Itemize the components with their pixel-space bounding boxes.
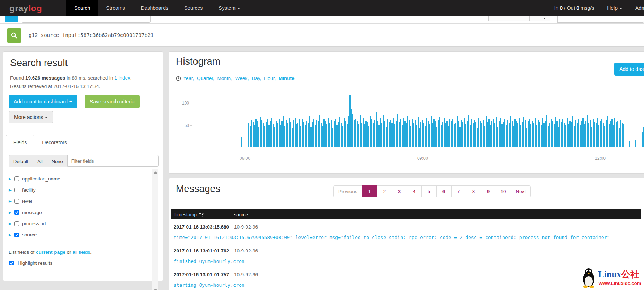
histogram-bar <box>429 124 430 147</box>
all-fields-button[interactable]: All <box>33 155 47 167</box>
expand-field-icon[interactable]: ▶ <box>9 222 14 226</box>
nav-item-dashboards[interactable]: Dashboards <box>133 0 176 16</box>
message-row[interactable]: 2017-01-16 13:03:15.68010-9-92-96time="2… <box>171 219 641 243</box>
timerange-input-fragment[interactable] <box>22 16 151 23</box>
control-segment[interactable] <box>530 16 550 21</box>
list-fields-options: List fields of current page or all field… <box>9 250 92 255</box>
add-to-dashboard-button[interactable]: Add to dashboard <box>614 63 644 76</box>
expand-field-icon[interactable]: ▶ <box>9 210 14 214</box>
control-segment[interactable] <box>509 16 529 21</box>
resolution-week[interactable]: Week <box>235 76 247 81</box>
more-actions-button[interactable]: More actions <box>9 111 53 123</box>
chevron-down-icon <box>543 18 546 19</box>
page-10[interactable]: 10 <box>496 185 511 197</box>
none-fields-button[interactable]: None <box>47 155 67 167</box>
page-5[interactable]: 5 <box>421 185 437 197</box>
field-checkbox-process_id[interactable] <box>14 221 19 226</box>
message-source: 10-9-92-96 <box>234 272 258 277</box>
page-8[interactable]: 8 <box>466 185 481 197</box>
resolution-day[interactable]: Day <box>251 76 260 81</box>
field-label: message <box>22 210 42 215</box>
previous-page-button[interactable]: Previous <box>333 185 363 197</box>
field-checkbox-application_name[interactable] <box>14 176 19 181</box>
field-checkbox-facility[interactable] <box>14 188 19 192</box>
search-submit-button[interactable] <box>7 28 21 43</box>
page-9[interactable]: 9 <box>481 185 496 197</box>
source-column-header[interactable]: source <box>234 212 248 217</box>
all-fields-link[interactable]: all fields <box>72 250 90 255</box>
histogram-bars[interactable] <box>241 85 644 147</box>
histogram-bar <box>279 119 280 147</box>
histogram-bar <box>567 118 568 147</box>
histogram-bar <box>248 123 249 147</box>
page-1[interactable]: 1 <box>362 185 377 197</box>
current-page-link[interactable]: current page <box>36 250 65 255</box>
filter-fields-input[interactable] <box>67 155 159 167</box>
resolution-hour[interactable]: Hour <box>264 76 275 81</box>
field-checkbox-message[interactable] <box>14 210 19 215</box>
expand-field-icon[interactable]: ▶ <box>9 199 14 203</box>
expand-field-icon[interactable]: ▶ <box>9 177 14 181</box>
graylog-logo[interactable]: graylog <box>9 3 42 13</box>
field-checkbox-source[interactable] <box>14 233 19 237</box>
search-controls-fragment[interactable] <box>488 16 550 21</box>
expand-field-icon[interactable]: ▶ <box>9 188 14 192</box>
timestamp-column-header[interactable]: Timestamp <box>174 212 204 217</box>
nav-item-system[interactable]: System <box>211 0 248 16</box>
tab-decorators[interactable]: Decorators <box>34 135 74 152</box>
resolution-selector: Year, Quarter, Month, Week, Day, Hour, M… <box>176 76 295 81</box>
saved-search-input-fragment[interactable] <box>557 16 644 23</box>
histogram-bar <box>367 122 368 147</box>
field-checkbox-level[interactable] <box>14 199 19 204</box>
histogram-bar <box>613 125 614 147</box>
message-timestamp: 2017-01-16 13:03:15.680 <box>174 224 229 230</box>
resolution-year[interactable]: Year <box>183 76 193 81</box>
search-query-input[interactable] <box>28 32 608 38</box>
histogram-bar <box>406 123 407 147</box>
histogram-bar <box>501 124 503 147</box>
message-row[interactable]: 2017-01-16 13:01:01.76210-9-92-96finishe… <box>171 243 641 267</box>
scroll-up-icon[interactable] <box>154 171 157 174</box>
index-link[interactable]: 1 index <box>114 75 130 81</box>
timerange-button-fragment[interactable] <box>5 16 18 22</box>
histogram-bar <box>283 116 284 147</box>
field-label: process_id <box>22 221 46 226</box>
page-4[interactable]: 4 <box>407 185 422 197</box>
resolution-quarter[interactable]: Quarter <box>197 76 213 81</box>
next-page-button[interactable]: Next <box>511 185 531 197</box>
histogram-bar <box>347 124 348 147</box>
highlight-results-checkbox[interactable] <box>9 261 14 265</box>
save-search-criteria-button[interactable]: Save search criteria <box>85 95 140 108</box>
user-menu[interactable]: Administrator <box>635 5 644 11</box>
page-7[interactable]: 7 <box>451 185 466 197</box>
message-row[interactable]: 2017-01-16 13:01:01.75710-9-92-96startin… <box>171 267 641 290</box>
histogram-bar <box>523 117 524 147</box>
histogram-bar <box>493 119 494 147</box>
resolution-month[interactable]: Month <box>217 76 231 81</box>
scroll-down-icon[interactable] <box>154 289 157 290</box>
default-fields-button[interactable]: Default <box>9 155 33 167</box>
histogram-bar <box>467 121 468 147</box>
add-count-to-dashboard-button[interactable]: Add count to dashboard <box>9 95 77 108</box>
histogram-bar <box>578 119 579 147</box>
nav-item-sources[interactable]: Sources <box>176 0 211 16</box>
nav-item-streams[interactable]: Streams <box>98 0 133 16</box>
expand-field-icon[interactable]: ▶ <box>9 233 14 237</box>
histogram-bar <box>536 125 537 147</box>
histogram-bar <box>499 121 500 147</box>
histogram-bar <box>600 121 601 147</box>
page-3[interactable]: 3 <box>392 185 407 197</box>
help-menu[interactable]: Help <box>607 5 622 11</box>
field-list: ▶application_name▶facility▶level▶message… <box>9 173 152 240</box>
histogram-bar <box>381 123 382 147</box>
field-list-scrollbar[interactable] <box>152 169 158 290</box>
nav-item-search[interactable]: Search <box>66 0 98 16</box>
histogram-bar <box>596 123 597 147</box>
histogram-bar <box>390 120 391 147</box>
control-segment[interactable] <box>489 16 509 21</box>
page-2[interactable]: 2 <box>377 185 392 197</box>
page-6[interactable]: 6 <box>436 185 452 197</box>
resolution-minute[interactable]: Minute <box>279 76 295 81</box>
search-icon <box>10 32 18 39</box>
tab-fields[interactable]: Fields <box>6 135 34 152</box>
